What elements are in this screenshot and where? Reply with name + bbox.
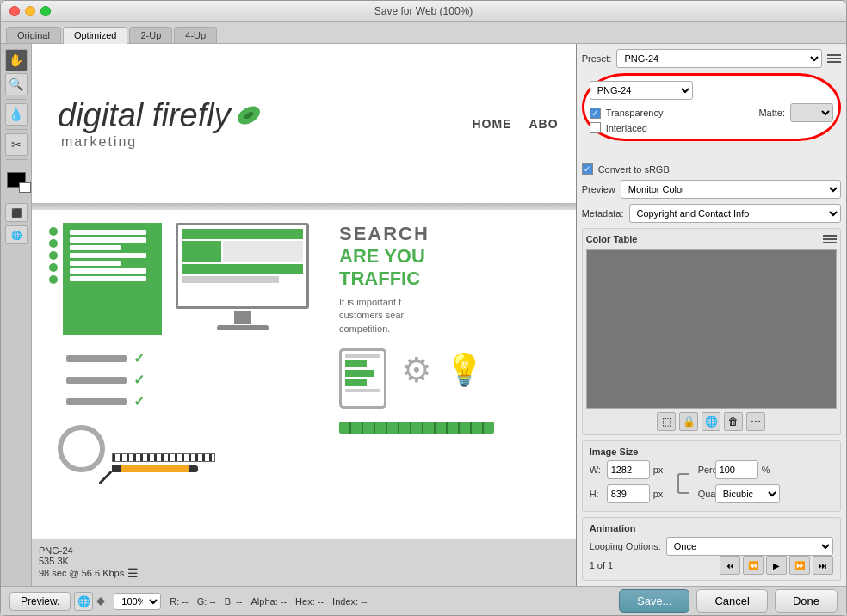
logo-leaf-icon [234,101,264,131]
list-line [70,253,146,258]
nav-home[interactable]: HOME [473,117,512,131]
percent-inputs: Percent: % Quality: Bicubic [698,460,780,506]
color-table-icons: ⬚ 🔒 🌐 🗑 ⋯ [586,412,837,431]
panel-menu-icon[interactable] [827,52,841,65]
height-input[interactable] [607,484,650,503]
color-table-menu-icon[interactable] [823,232,837,246]
height-px: px [653,489,667,499]
window: Save for Web (100%) Original Optimized 2… [0,0,847,616]
tab-optimized[interactable]: Optimized [63,27,128,44]
anim-last-btn[interactable]: ⏭ [813,556,833,575]
green-list-box [63,223,162,335]
cancel-button[interactable]: Cancel [696,589,767,613]
gear-icon: ⚙ [395,348,438,391]
ct-lock-icon[interactable]: 🔒 [679,412,698,431]
tablet-line2 [345,389,380,392]
slice-tool[interactable]: ✂ [5,133,28,156]
ct-web-icon[interactable]: 🌐 [702,412,720,431]
preview-browser-icon[interactable]: 🌐 [74,592,93,611]
bottom-bar: Preview. 🌐 100% R: -- G: -- B: -- Alpha:… [1,586,846,615]
ct-more-icon[interactable]: ⋯ [746,412,765,431]
r-value: R: -- [170,596,188,607]
transparency-label: Transparency [606,108,664,118]
tab-4up[interactable]: 4-Up [174,27,217,43]
bottom-tools [58,425,318,472]
hex-value: Hex: -- [295,596,324,607]
metadata-select[interactable]: Copyright and Contact Info [629,204,841,223]
format-row: PNG-24 [590,81,833,100]
preset-label: Preset: [582,53,612,64]
ct-add-icon[interactable]: ⬚ [657,412,676,431]
minimize-button[interactable] [25,6,35,16]
screen-row [182,229,303,239]
body-text: It is important fcustomers searcompetiti… [339,296,559,336]
preset-select[interactable]: PNG-24 [616,49,822,68]
list-line [70,237,146,243]
hand-tool[interactable]: ✋ [5,49,28,71]
alpha-value: Alpha: -- [251,596,287,607]
preview-button[interactable]: Preview. [9,592,71,611]
tabs-bar: Original Optimized 2-Up 4-Up [1,22,846,44]
quality-label: Quality: [698,489,712,499]
browser-preview[interactable]: 🌐 [5,225,28,244]
preview-area: Preview. 🌐 [9,592,105,611]
transparency-checkbox[interactable]: ✓ [590,108,601,119]
interlaced-label: Interlaced [606,123,647,133]
background-color[interactable] [19,182,31,193]
width-input[interactable] [607,460,650,479]
interlaced-checkbox[interactable] [590,122,601,133]
preview-select[interactable]: Monitor Color [621,180,841,199]
toolbar-divider [6,99,27,100]
anim-next-btn[interactable]: ⏩ [789,556,810,575]
check-item: ✓ [66,350,318,367]
check-bar [66,377,127,384]
check-mark: ✓ [133,393,145,410]
link-proportions-icon[interactable] [677,473,689,494]
eyedropper-tool[interactable]: 💧 [5,103,28,126]
right-panel: Preset: PNG-24 PNG-24 [577,44,846,586]
quality-select[interactable]: Bicubic [715,484,780,503]
height-row: H: px [590,484,667,503]
zoom-select[interactable]: 100% [114,593,161,610]
tab-2up[interactable]: 2-Up [129,27,172,43]
convert-row: ✓ Convert to sRGB [582,163,841,175]
zoom-tool[interactable]: 🔍 [5,73,28,95]
web-right: SEARCH ARE YOUTRAFFIC It is important fc… [331,223,559,524]
animation-section: Animation Looping Options: Once 1 of 1 ⏮… [582,517,841,581]
format-select[interactable]: PNG-24 [590,81,693,100]
tab-original[interactable]: Original [6,27,61,43]
anim-play-btn[interactable]: ▶ [766,556,787,575]
pencil [112,465,198,472]
preview-label: Preview [582,184,615,194]
list-line [70,230,146,235]
check-mark: ✓ [133,372,145,388]
anim-prev-btn[interactable]: ⏪ [743,556,764,575]
matte-select[interactable]: -- [790,103,833,122]
ct-delete-icon[interactable]: 🗑 [724,412,743,431]
convert-label: Convert to sRGB [598,164,670,175]
status-menu-icon[interactable]: ☰ [127,566,139,580]
width-px: px [653,465,667,475]
looping-select[interactable]: Once [666,537,833,556]
check-mark: ✓ [133,350,145,367]
convert-checkbox[interactable]: ✓ [582,163,593,175]
index-value: Index: -- [332,596,367,607]
anim-buttons: ⏮ ⏪ ▶ ⏩ ⏭ [720,556,833,575]
toggle-preview[interactable]: ⬛ [5,203,28,222]
web-preview: digital firefly marketing HOME ABO [32,44,576,543]
anim-controls: 1 of 1 ⏮ ⏪ ▶ ⏩ ⏭ [590,556,833,575]
maximize-button[interactable] [40,6,51,16]
highlighted-section: PNG-24 ✓ Transparency Matte: -- Interlac… [582,73,841,141]
toolbar-divider2 [6,129,27,130]
tablet-bar2 [345,370,374,377]
save-button[interactable]: Save... [619,589,689,613]
ruler-pencil [112,453,215,472]
looping-row: Looping Options: Once [590,537,833,556]
nav-about[interactable]: ABO [529,117,559,131]
anim-first-btn[interactable]: ⏮ [720,556,740,575]
down-arrow-icon[interactable] [96,601,105,606]
percent-input[interactable] [715,460,758,479]
close-button[interactable] [9,6,20,16]
done-button[interactable]: Done [775,589,838,613]
web-header: digital firefly marketing HOME ABO [32,44,576,203]
